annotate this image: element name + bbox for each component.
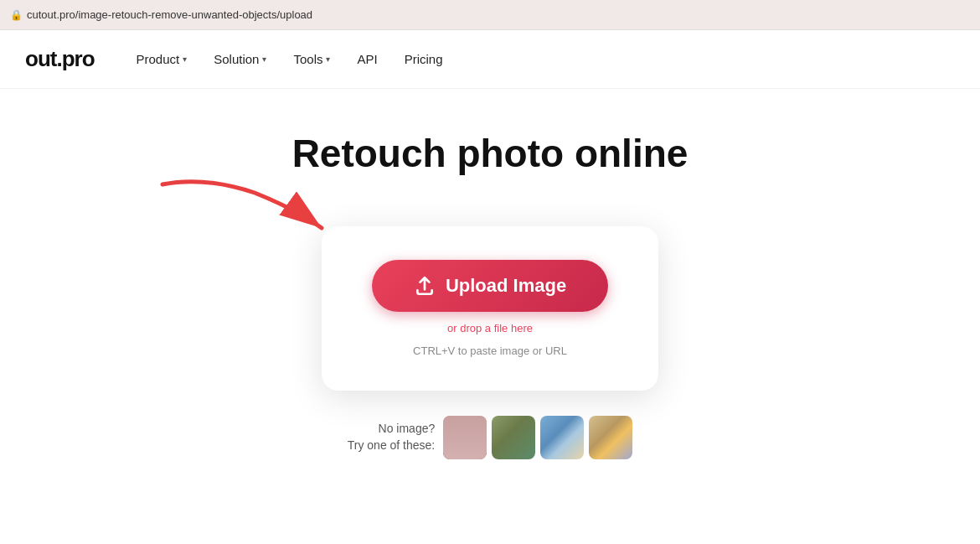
upload-card: Upload Image or drop a file here CTRL+V … <box>322 226 658 391</box>
chevron-down-icon: ▾ <box>262 54 266 64</box>
url-text: cutout.pro/image-retouch-remove-unwanted… <box>27 8 312 21</box>
main-content: Retouch photo online <box>0 89 980 459</box>
nav-item-tools[interactable]: Tools ▾ <box>293 52 330 66</box>
chevron-down-icon: ▾ <box>326 54 330 64</box>
chevron-down-icon: ▾ <box>183 54 187 64</box>
upload-icon <box>414 275 436 297</box>
page-title: Retouch photo online <box>292 131 689 176</box>
nav-links: Product ▾ Solution ▾ Tools ▾ API Pricing <box>137 52 443 66</box>
sample-thumb-sunset[interactable] <box>589 416 632 459</box>
sample-thumb-nature[interactable] <box>492 416 535 459</box>
sample-thumb-portrait[interactable] <box>443 416 487 459</box>
logo[interactable]: out.pro <box>25 46 95 72</box>
upload-section: Upload Image or drop a file here CTRL+V … <box>322 226 658 459</box>
browser-address-bar: 🔒 cutout.pro/image-retouch-remove-unwant… <box>0 0 980 30</box>
arrow-pointer <box>154 168 338 243</box>
paste-text: CTRL+V to paste image or URL <box>413 345 567 357</box>
nav-item-api[interactable]: API <box>357 52 377 66</box>
sample-thumbnails <box>443 416 632 459</box>
lock-icon: 🔒 <box>10 9 22 21</box>
nav-item-solution[interactable]: Solution ▾ <box>214 52 266 66</box>
sample-section: No image? Try one of these: <box>348 416 633 459</box>
nav-item-product[interactable]: Product ▾ <box>137 52 188 66</box>
upload-image-button[interactable]: Upload Image <box>372 260 608 312</box>
drop-text: or drop a file here <box>447 322 533 334</box>
nav-item-pricing[interactable]: Pricing <box>405 52 443 66</box>
sample-label: No image? Try one of these: <box>348 421 436 453</box>
sample-thumb-beach[interactable] <box>540 416 584 459</box>
navbar: out.pro Product ▾ Solution ▾ Tools ▾ API <box>0 30 980 89</box>
arrow-icon <box>154 168 338 243</box>
